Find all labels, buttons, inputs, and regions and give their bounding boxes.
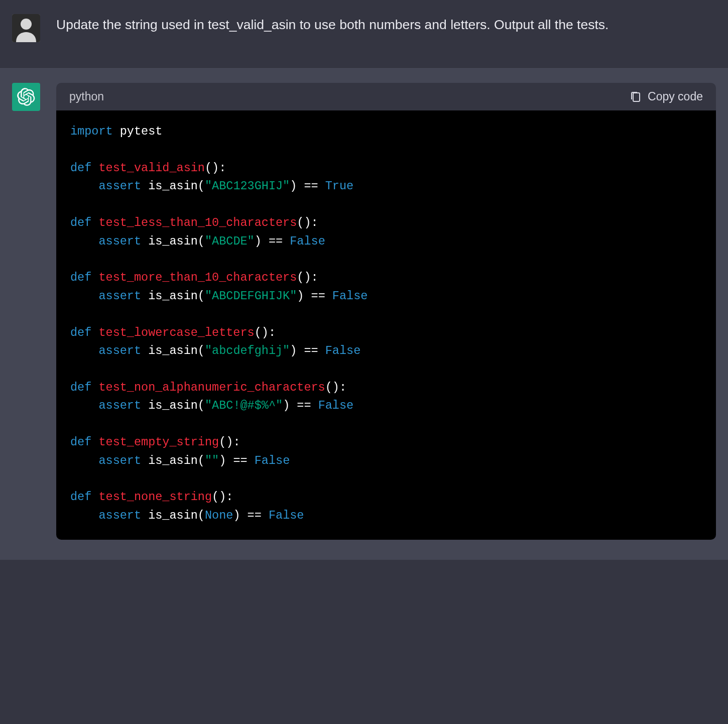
copy-code-button[interactable]: Copy code: [630, 90, 703, 103]
svg-point-1: [21, 19, 32, 30]
user-prompt-text: Update the string used in test_valid_asi…: [56, 14, 609, 42]
code-block-header: python Copy code: [56, 83, 716, 110]
user-message-row: Update the string used in test_valid_asi…: [0, 0, 728, 67]
user-avatar: [12, 14, 40, 42]
copy-code-label: Copy code: [648, 90, 703, 103]
code-language-label: python: [69, 90, 104, 103]
code-body: import pytest def test_valid_asin(): ass…: [56, 110, 716, 540]
svg-rect-2: [633, 93, 640, 101]
assistant-avatar: [12, 83, 40, 111]
clipboard-icon: [630, 91, 642, 103]
code-block: python Copy code import pytest def test_…: [56, 83, 716, 540]
openai-logo-icon: [17, 88, 35, 106]
user-avatar-icon: [12, 14, 40, 42]
assistant-message-row: python Copy code import pytest def test_…: [0, 67, 728, 560]
